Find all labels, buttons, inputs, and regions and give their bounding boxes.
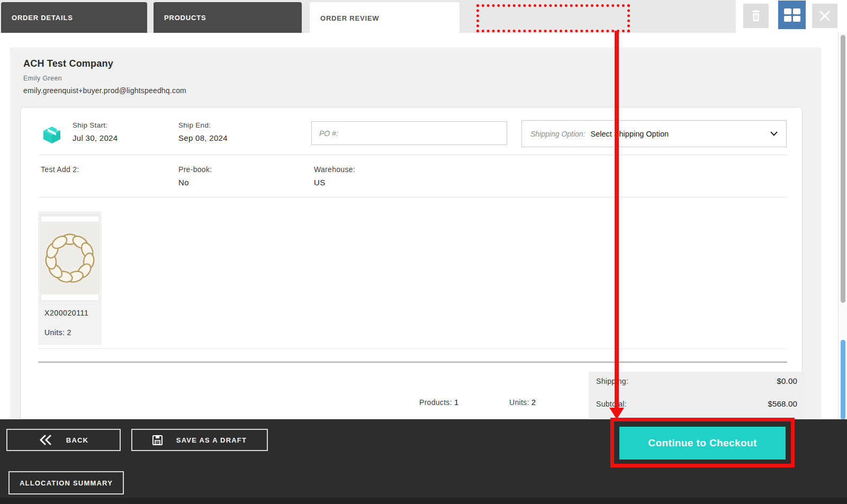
ship-start-value: Jul 30, 2024 [73, 133, 118, 142]
save-icon [152, 435, 163, 445]
products-count-value: 1 [454, 398, 459, 407]
ship-start-label: Ship Start: [73, 121, 107, 129]
trash-icon [751, 10, 761, 22]
prebook-value: No [178, 178, 189, 187]
back-button[interactable]: BACK [6, 429, 121, 451]
product-image-strip [41, 294, 98, 300]
annotation-dotted-rectangle [476, 4, 630, 32]
warehouse-value: US [314, 178, 325, 187]
product-units-value: 2 [67, 328, 71, 337]
grid-view-button[interactable] [778, 1, 806, 29]
save-as-draft-label: SAVE AS A DRAFT [176, 436, 247, 444]
scrollbar-thumb-secondary[interactable] [841, 340, 845, 419]
products-count-label: Products: [419, 398, 452, 407]
chevron-down-icon [770, 131, 778, 136]
annotation-arrow-line [615, 31, 619, 409]
ship-end-value: Sep 08, 2024 [178, 133, 228, 142]
units-count: Units: 2 [509, 398, 536, 407]
company-name: ACH Test Company [23, 58, 113, 69]
scrollbar-thumb[interactable] [841, 35, 845, 303]
warehouse-label: Warehouse: [314, 165, 355, 174]
tab-products-label: PRODUCTS [164, 14, 206, 22]
shipping-total-value: $0.00 [589, 376, 797, 385]
tab-products[interactable]: PRODUCTS [154, 2, 302, 33]
divider [39, 155, 787, 155]
buyer-email: emily.greenquist+buyer.prod@lightspeedhq… [23, 86, 186, 95]
tab-order-details[interactable]: ORDER DETAILS [1, 2, 147, 33]
divider [39, 197, 787, 197]
po-number-input[interactable] [311, 121, 507, 145]
grid-icon [778, 1, 806, 29]
close-icon [818, 10, 831, 22]
shipping-option-select[interactable]: Shipping Option: Select Shipping Option [521, 120, 787, 147]
units-count-label: Units: [509, 398, 529, 407]
allocation-summary-button[interactable]: ALLOCATION SUMMARY [8, 471, 124, 494]
products-count: Products: 1 [419, 398, 459, 407]
ship-end-label: Ship End: [178, 121, 211, 129]
tab-order-details-label: ORDER DETAILS [12, 14, 73, 22]
product-sku: X200020111 [44, 309, 88, 317]
back-button-label: BACK [66, 436, 88, 444]
annotation-highlight-box [610, 418, 795, 467]
delete-order-button[interactable] [743, 4, 769, 28]
product-image-strip [41, 217, 98, 222]
test-add-label: Test Add 2: [41, 165, 79, 174]
prebook-label: Pre-book: [178, 165, 212, 174]
tab-order-review-label: ORDER REVIEW [320, 14, 379, 22]
necklace-product-image [44, 232, 95, 285]
divider [38, 362, 787, 363]
shipping-option-value: Select Shipping Option [591, 130, 669, 138]
shipping-option-label: Shipping Option: [530, 130, 585, 138]
subtotal-value: $568.00 [589, 399, 797, 408]
allocation-summary-label: ALLOCATION SUMMARY [20, 479, 113, 487]
buyer-name: Emily Green [23, 75, 62, 82]
double-chevron-left-icon [39, 435, 52, 445]
save-as-draft-button[interactable]: SAVE AS A DRAFT [131, 429, 268, 451]
footer-strip [0, 498, 847, 504]
product-units-label: Units: [44, 328, 65, 337]
close-button[interactable] [812, 4, 837, 28]
tab-order-review[interactable]: ORDER REVIEW [310, 2, 459, 34]
package-icon [41, 125, 62, 145]
units-count-value: 2 [531, 398, 536, 407]
product-units: Units: 2 [44, 328, 71, 337]
divider [38, 348, 787, 349]
